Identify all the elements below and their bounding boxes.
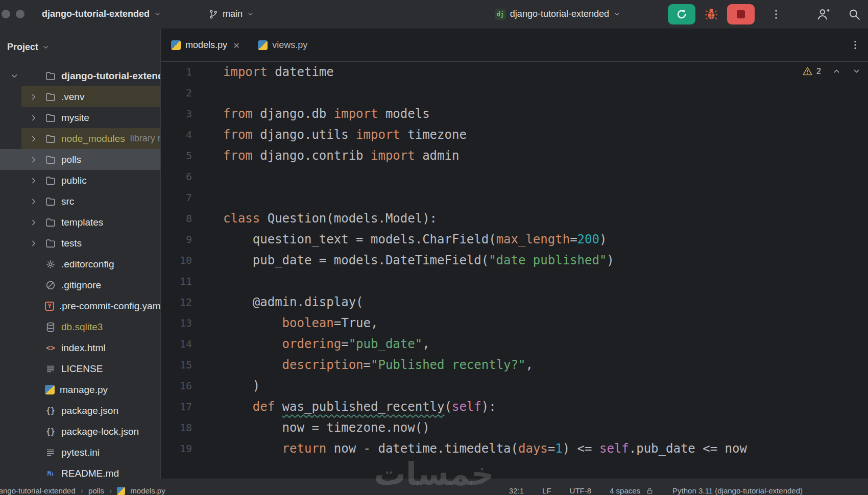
line-number[interactable]: 1 — [161, 62, 199, 83]
code-line: 2 — [161, 83, 868, 104]
chevron-right-icon[interactable] — [29, 239, 38, 248]
project-item-index-html[interactable]: <> index.html — [0, 337, 160, 358]
line-separator[interactable]: LF — [542, 486, 551, 495]
run-configuration-selector[interactable]: dj django-tutorial-extended — [495, 9, 621, 20]
python-interpreter[interactable]: Python 3.11 (django-tutorial-extended) — [672, 486, 803, 495]
stop-icon — [737, 10, 745, 18]
code-with-me-user-icon[interactable] — [816, 7, 830, 21]
line-number[interactable]: 18 — [161, 417, 199, 438]
code-line-text: from django.utils import timezone — [199, 125, 467, 145]
project-item-label: package-lock.json — [61, 426, 139, 437]
more-actions-icon[interactable] — [770, 8, 782, 20]
tab-label: models.py — [185, 40, 227, 51]
tab-options-icon[interactable] — [850, 39, 861, 51]
line-number[interactable]: 11 — [161, 271, 199, 292]
project-item-gitignore[interactable]: .gitignore — [0, 275, 160, 295]
line-number[interactable]: 8 — [161, 208, 199, 229]
file-encoding[interactable]: UTF-8 — [570, 486, 592, 495]
project-item-node-modules[interactable]: node_modules library root — [0, 128, 160, 149]
breadcrumb-folder[interactable]: polls — [88, 486, 104, 495]
stop-button[interactable] — [727, 4, 755, 24]
html-icon: <> — [45, 342, 56, 354]
project-panel-header[interactable]: Project — [0, 29, 160, 65]
project-item-package-json[interactable]: {} package.json — [0, 400, 160, 421]
line-number[interactable]: 3 — [161, 104, 199, 125]
next-problem-icon[interactable] — [852, 67, 861, 76]
window-controls[interactable] — [2, 10, 25, 18]
tab-views-py[interactable]: views.py — [249, 29, 317, 61]
project-item-polls[interactable]: polls — [0, 149, 160, 170]
code-line-text: description="Published recently?", — [199, 355, 533, 376]
project-item-label: tests — [61, 238, 82, 249]
project-item-label: mysite — [61, 112, 89, 123]
project-item-mysite[interactable]: mysite — [0, 107, 160, 128]
project-item-pre-commit-config[interactable]: Y .pre-commit-config.yaml — [0, 295, 160, 316]
chevron-right-icon[interactable] — [29, 113, 38, 122]
project-item-manage-py[interactable]: manage.py — [0, 379, 160, 400]
line-number[interactable]: 2 — [161, 83, 199, 104]
line-number[interactable]: 19 — [161, 438, 199, 459]
breadcrumb-project[interactable]: django-tutorial-extended — [0, 486, 76, 495]
window-control-dot[interactable] — [2, 10, 10, 18]
window-control-dot[interactable] — [16, 10, 25, 18]
line-number[interactable]: 7 — [161, 187, 199, 208]
code-line: 17 def was_published_recently(self): — [161, 397, 868, 417]
previous-problem-icon[interactable] — [832, 67, 841, 76]
caret-position[interactable]: 32:1 — [509, 486, 524, 495]
project-item-templates[interactable]: templates — [0, 212, 160, 233]
tab-models-py[interactable]: models.py × — [162, 29, 249, 61]
project-selector[interactable]: django-tutorial-extended — [42, 9, 161, 19]
project-item-tests[interactable]: tests — [0, 233, 160, 254]
lock-icon[interactable] — [645, 486, 654, 495]
line-number[interactable]: 17 — [161, 397, 199, 417]
chevron-down-icon[interactable] — [10, 71, 19, 81]
folder-icon — [45, 238, 56, 249]
chevron-right-icon[interactable] — [29, 134, 38, 143]
line-number[interactable]: 5 — [161, 145, 199, 166]
code-line-text: from django.db import models — [199, 104, 430, 125]
project-item-pytest-ini[interactable]: pytest.ini — [0, 442, 160, 463]
line-number[interactable]: 4 — [161, 125, 199, 145]
code-line-text: import datetime — [199, 62, 334, 83]
chevron-right-icon[interactable] — [29, 218, 38, 227]
project-item-license[interactable]: LICENSE — [0, 358, 160, 379]
project-item-package-lock-json[interactable]: {} package-lock.json — [0, 421, 160, 442]
rerun-button[interactable] — [668, 4, 695, 24]
project-item-db-sqlite3[interactable]: db.sqlite3 — [0, 316, 160, 337]
line-number[interactable]: 12 — [161, 292, 199, 313]
breadcrumb-file[interactable]: models.py — [130, 486, 165, 495]
tab-label: views.py — [272, 40, 307, 51]
indent-style[interactable]: 4 spaces — [610, 486, 640, 495]
line-number[interactable]: 16 — [161, 376, 199, 397]
project-item-public[interactable]: public — [0, 170, 160, 191]
line-number[interactable]: 9 — [161, 229, 199, 250]
warnings-indicator[interactable]: 2 — [802, 66, 821, 77]
warning-icon — [802, 66, 813, 77]
inspection-widget[interactable]: 2 — [802, 66, 861, 77]
line-number[interactable]: 15 — [161, 355, 199, 376]
chevron-right-icon[interactable] — [29, 92, 38, 102]
code-line-text — [199, 271, 223, 292]
editor-viewport: 1import datetime23from django.db import … — [161, 62, 868, 495]
git-branch-icon — [208, 9, 219, 19]
line-number[interactable]: 6 — [161, 166, 199, 187]
chevron-right-icon[interactable] — [29, 155, 38, 164]
branch-selector[interactable]: main — [208, 9, 254, 19]
chevron-right-icon[interactable] — [29, 197, 38, 206]
line-number[interactable]: 13 — [161, 313, 199, 334]
bug-icon — [704, 7, 718, 21]
project-item-editorconfig[interactable]: .editorconfig — [0, 254, 160, 275]
project-item-venv[interactable]: .venv — [0, 86, 160, 107]
code-line: 8class Question(models.Model): — [161, 208, 868, 229]
code-lines[interactable]: 1import datetime23from django.db import … — [161, 62, 868, 459]
close-tab-icon[interactable]: × — [233, 40, 239, 51]
line-number[interactable]: 10 — [161, 250, 199, 271]
project-item-label: LICENSE — [61, 363, 103, 375]
project-item-root[interactable]: django-tutorial-extended — [0, 65, 160, 86]
project-item-src[interactable]: src — [0, 191, 160, 212]
project-item-label: .venv — [61, 91, 84, 103]
chevron-right-icon[interactable] — [29, 176, 38, 185]
line-number[interactable]: 14 — [161, 334, 199, 355]
debug-button[interactable] — [701, 4, 722, 24]
search-everywhere-icon[interactable] — [848, 8, 861, 21]
